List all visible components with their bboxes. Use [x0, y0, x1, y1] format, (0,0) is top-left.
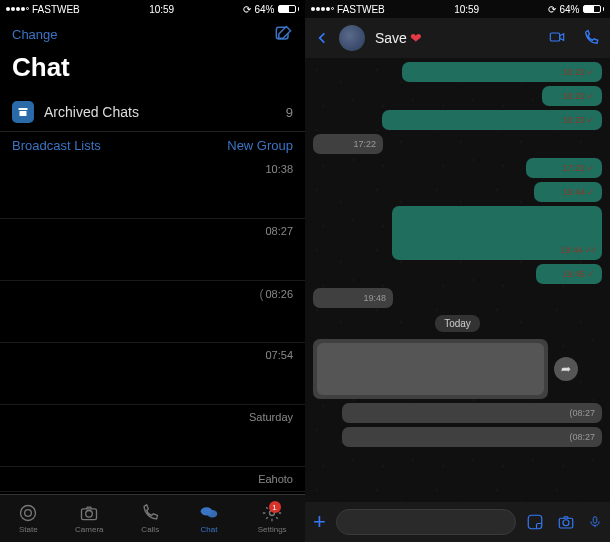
message-timestamp: (08:27	[569, 408, 595, 418]
message-timestamp: 10:22	[562, 67, 595, 77]
attach-plus-icon[interactable]: +	[313, 509, 326, 535]
svg-point-6	[86, 511, 93, 518]
message-bubble-out[interactable]: 10:22	[542, 86, 602, 106]
chat-list-item[interactable]: Eahoto	[0, 467, 305, 492]
tab-label: State	[19, 525, 38, 534]
message-timestamp: 10:22	[562, 91, 595, 101]
chat-bubbles-icon	[197, 503, 221, 523]
tab-calls[interactable]: Calls	[140, 503, 160, 534]
voice-call-icon[interactable]	[582, 29, 600, 47]
chat-list-item[interactable]: 10:38	[0, 157, 305, 219]
tab-settings[interactable]: 1 Settings	[258, 503, 287, 534]
battery-icon	[278, 5, 300, 13]
conversation-screen: FASTWEB 10:59 ⟳ 64% Save ❤ 10:2210:2210:…	[305, 0, 610, 542]
message-timestamp: 10:23	[562, 115, 595, 125]
chat-list-header: Change	[0, 18, 305, 48]
day-separator: Today	[435, 315, 480, 332]
recharge-icon: ⟳	[243, 4, 251, 15]
delivery-ticks-icon	[587, 67, 595, 77]
signal-icon	[6, 7, 29, 11]
signal-icon	[311, 7, 334, 11]
battery-icon	[583, 5, 605, 13]
message-timestamp: (08:27	[569, 432, 595, 442]
tab-label: Calls	[141, 525, 159, 534]
quote-preview	[317, 343, 544, 395]
delivery-ticks-icon	[587, 163, 595, 173]
conversation-body[interactable]: 10:2210:2210:2317:2217:2219:4419:4419:45…	[305, 58, 610, 502]
phone-icon	[140, 503, 160, 523]
settings-badge: 1	[269, 501, 281, 513]
message-bubble-in[interactable]: 17:22	[313, 134, 383, 154]
battery-pct: 64%	[559, 4, 579, 15]
status-bar: FASTWEB 10:59 ⟳ 64%	[0, 0, 305, 18]
message-text-field[interactable]	[336, 509, 516, 535]
tab-label: Camera	[75, 525, 103, 534]
message-bubble-in[interactable]: (08:27	[342, 403, 602, 423]
message-bubble-out[interactable]: 17:22	[526, 158, 602, 178]
camera-icon[interactable]	[556, 513, 576, 531]
message-bubble-out[interactable]: 19:44	[534, 182, 602, 202]
message-timestamp: 19:48	[363, 293, 386, 303]
delivery-ticks-icon	[585, 245, 595, 255]
delivery-ticks-icon	[587, 187, 595, 197]
carrier-label: FASTWEB	[337, 4, 385, 15]
microphone-icon[interactable]	[588, 512, 602, 532]
forward-icon[interactable]: ➦	[554, 357, 578, 381]
quoted-message-bubble[interactable]	[313, 339, 548, 399]
message-bubble-in[interactable]: (08:27	[342, 427, 602, 447]
svg-rect-14	[593, 517, 597, 523]
message-bubble-out[interactable]: 19:44	[392, 206, 602, 260]
archived-chats-row[interactable]: Archived Chats 9	[0, 93, 305, 132]
tab-label: Settings	[258, 525, 287, 534]
compose-icon[interactable]	[273, 24, 293, 44]
video-call-icon[interactable]	[546, 29, 568, 47]
chat-list-item[interactable]: Saturday	[0, 405, 305, 467]
archived-count: 9	[286, 105, 293, 120]
chat-list-item[interactable]: 08:26	[0, 281, 305, 343]
battery-pct: 64%	[254, 4, 274, 15]
chat-item-time: 08:27	[265, 225, 293, 237]
svg-rect-2	[20, 111, 27, 116]
delivery-ticks-icon	[587, 269, 595, 279]
carrier-label: FASTWEB	[32, 4, 80, 15]
message-bubble-in[interactable]: 19:48	[313, 288, 393, 308]
tab-state[interactable]: State	[18, 503, 38, 534]
chat-list-item[interactable]: 08:27	[0, 219, 305, 281]
delivery-ticks-icon	[587, 115, 595, 125]
page-title: Chat	[0, 48, 305, 93]
svg-point-13	[563, 520, 569, 526]
chat-list[interactable]: 10:38 08:27 08:26 07:54 Saturday Eahoto	[0, 157, 305, 494]
chat-list-item[interactable]: 07:54	[0, 343, 305, 405]
status-bar: FASTWEB 10:59 ⟳ 64%	[305, 0, 610, 18]
archive-icon	[12, 101, 34, 123]
new-group-link[interactable]: New Group	[227, 138, 293, 153]
back-icon[interactable]	[315, 28, 329, 48]
archived-label: Archived Chats	[44, 104, 139, 120]
svg-rect-1	[19, 108, 28, 110]
clock: 10:59	[149, 4, 174, 15]
svg-point-8	[207, 510, 217, 517]
broadcast-lists-link[interactable]: Broadcast Lists	[12, 138, 101, 153]
svg-rect-10	[550, 33, 559, 41]
recharge-icon: ⟳	[548, 4, 556, 15]
avatar[interactable]	[339, 25, 365, 51]
message-timestamp: 17:22	[562, 163, 595, 173]
chat-item-time: 08:26	[259, 287, 293, 301]
message-bubble-out[interactable]: 10:23	[382, 110, 602, 130]
edit-link[interactable]: Change	[12, 27, 58, 42]
tab-chat[interactable]: Chat	[197, 503, 221, 534]
tab-label: Chat	[201, 525, 218, 534]
message-bubble-out[interactable]: 10:22	[402, 62, 602, 82]
chat-item-time: 10:38	[265, 163, 293, 175]
contact-name[interactable]: Save ❤	[375, 30, 536, 46]
tab-camera[interactable]: Camera	[75, 503, 103, 534]
chat-item-time: Saturday	[249, 411, 293, 423]
status-circle-icon	[18, 503, 38, 523]
clock: 10:59	[454, 4, 479, 15]
chat-item-time: 07:54	[265, 349, 293, 361]
conversation-header: Save ❤	[305, 18, 610, 58]
sticker-icon[interactable]	[526, 513, 544, 531]
camera-icon	[78, 503, 100, 523]
chat-list-screen: FASTWEB 10:59 ⟳ 64% Change Chat Archived…	[0, 0, 305, 542]
message-bubble-out[interactable]: 19:45	[536, 264, 602, 284]
